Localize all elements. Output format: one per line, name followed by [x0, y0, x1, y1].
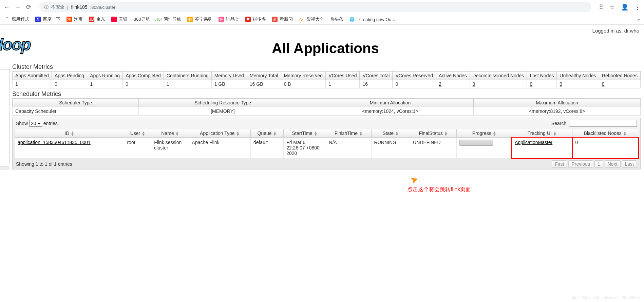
- applications-table: ID▲▼User▲▼Name▲▼Application Type▲▼Queue▲…: [15, 129, 638, 158]
- cluster-metric-value: 1: [87, 80, 123, 88]
- entries-select[interactable]: 20: [29, 120, 42, 127]
- tmall-icon: T: [111, 17, 117, 22]
- bookmark-jd[interactable]: JD京东: [89, 16, 105, 22]
- datatable-info: Showing 1 to 1 of 1 entries: [16, 161, 72, 167]
- scheduler-metric-value: <memory:8192, vCores:8>: [474, 107, 641, 116]
- pagination-button[interactable]: Next: [605, 160, 621, 168]
- metric-link[interactable]: 0: [473, 81, 475, 87]
- cluster-metric-value: 0: [527, 80, 557, 88]
- apps-header[interactable]: Blacklisted Nodes▲▼: [572, 129, 638, 138]
- show-entries: Show 20 entries: [16, 120, 58, 127]
- cell-apptype: Apache Flink: [189, 138, 250, 158]
- news-icon: 新: [272, 17, 278, 22]
- scheduler-metric-header: Maximum Allocation: [474, 99, 641, 107]
- apps-header[interactable]: FinalStatus▲▼: [410, 129, 457, 138]
- cell-name: Flink session cluster: [151, 138, 189, 158]
- apps-header[interactable]: StartTime▲▼: [284, 129, 326, 138]
- cluster-metric-value: 16: [360, 80, 393, 88]
- bookmark-pdd[interactable]: ❤拼多多: [245, 16, 266, 22]
- bookmark-apps[interactable]: ⠿應用程式: [4, 16, 29, 22]
- cluster-metric-header: VCores Total: [360, 72, 393, 80]
- apps-header[interactable]: Name▲▼: [151, 129, 189, 138]
- metric-link[interactable]: 0: [530, 81, 532, 87]
- cluster-metric-header: Apps Running: [87, 72, 123, 80]
- bookmark-creating[interactable]: 🌐_creating new Oo...: [349, 17, 395, 22]
- back-icon[interactable]: ←: [3, 4, 10, 11]
- cell-blacklisted: 0: [572, 138, 638, 158]
- scheduler-metric-value: <memory:1024, vCores:1>: [307, 107, 474, 116]
- bookmark-rtt[interactable]: 热头条: [330, 16, 343, 22]
- cluster-metric-header: Memory Used: [211, 72, 247, 80]
- cluster-metric-value: 0: [52, 80, 87, 88]
- bookmark-ysdq[interactable]: ▷影视大全: [299, 16, 324, 22]
- bookmark-label: 應用程式: [12, 16, 29, 22]
- profile-icon[interactable]: 👤: [621, 3, 628, 11]
- cluster-metric-value: 1: [13, 80, 52, 88]
- bookmarks-more[interactable]: »: [638, 17, 640, 22]
- scheduler-metric-header: Scheduler Type: [13, 99, 139, 107]
- pagination-button[interactable]: 1: [594, 160, 603, 168]
- search-label: Search:: [551, 121, 568, 126]
- apps-header[interactable]: ID▲▼: [15, 129, 124, 138]
- apps-header[interactable]: FinishTime▲▼: [326, 129, 371, 138]
- bookmark-label: 360导航: [134, 16, 150, 22]
- pagination-button[interactable]: Last: [622, 160, 637, 168]
- forward-icon[interactable]: →: [14, 4, 21, 11]
- annotation-text: 点击这个将会跳转flink页面: [407, 186, 471, 193]
- bookmark-suning[interactable]: ◐苏宁易购: [187, 16, 212, 22]
- page-content: Logged in as: dr.who doop All Applicatio…: [0, 25, 644, 195]
- sort-icon: ▲▼: [236, 131, 240, 136]
- bookmark-label: 拼多多: [253, 16, 266, 22]
- apps-header[interactable]: Progress▲▼: [457, 129, 512, 138]
- wzdh-icon: 7654: [156, 17, 162, 22]
- cluster-metric-value: 0: [123, 80, 164, 88]
- bookmark-baidu[interactable]: 百百度一下: [35, 16, 60, 22]
- bookmark-wzdh[interactable]: 7654网址导航: [156, 16, 181, 22]
- search-box: Search:: [551, 120, 637, 127]
- chrome-right-icons: ⠿ ☆ 👤 ⋮: [599, 3, 641, 11]
- cluster-metric-header: Memory Reserved: [281, 72, 325, 80]
- star-icon[interactable]: ☆: [609, 3, 615, 11]
- cluster-metric-value: 0: [470, 80, 527, 88]
- metric-link[interactable]: 0: [602, 81, 605, 87]
- translate-icon[interactable]: ⠿: [599, 3, 603, 11]
- address-bar[interactable]: ⓘ 不安全 | flink105:8088/cluster: [39, 2, 591, 12]
- bookmark-label: _creating new Oo...: [357, 17, 395, 22]
- pagination-button[interactable]: First: [552, 160, 567, 168]
- sort-icon: ▲▼: [314, 131, 318, 136]
- bookmark-tmall[interactable]: T天猫: [111, 16, 128, 22]
- apps-header[interactable]: Application Type▲▼: [189, 129, 250, 138]
- taobao-icon: 淘: [67, 17, 72, 22]
- datatable-top: Show 20 entries Search:: [15, 119, 638, 127]
- bookmark-kxw[interactable]: 新看新闻: [272, 16, 293, 22]
- bookmark-label: 淘宝: [74, 16, 83, 22]
- menu-icon[interactable]: ⋮: [634, 3, 641, 11]
- cluster-metric-header: Apps Pending: [52, 72, 87, 80]
- apps-icon: ⠿: [4, 17, 10, 22]
- bookmark-360nav[interactable]: 360导航: [134, 16, 150, 22]
- bookmarks-bar: ⠿應用程式 百百度一下 淘淘宝 JD京东 T天猫 360导航 7654网址导航 …: [0, 14, 644, 25]
- cell-progress: [457, 138, 512, 158]
- pagination-button[interactable]: Previous: [568, 160, 593, 168]
- reload-icon[interactable]: ⟳: [25, 4, 32, 11]
- metric-link[interactable]: 2: [439, 81, 441, 87]
- metric-link[interactable]: 0: [560, 81, 562, 87]
- application-id-link[interactable]: application_1583504611835_0001: [18, 140, 91, 145]
- apps-header[interactable]: Queue▲▼: [250, 129, 283, 138]
- cluster-metric-header: Decommissioned Nodes: [470, 72, 527, 80]
- apps-header[interactable]: Tracking UI▲▼: [512, 129, 572, 138]
- bookmark-taobao[interactable]: 淘淘宝: [67, 16, 83, 22]
- hadoop-logo: doop: [0, 35, 30, 54]
- cluster-metric-header: Memory Total: [247, 72, 281, 80]
- apps-header[interactable]: User▲▼: [124, 129, 151, 138]
- tracking-ui-link[interactable]: ApplicationMaster: [515, 140, 552, 145]
- search-input[interactable]: [569, 120, 637, 127]
- apps-header[interactable]: State▲▼: [371, 129, 410, 138]
- cluster-metric-header: Active Nodes: [436, 72, 470, 80]
- bookmark-label: 天猫: [119, 16, 128, 22]
- annotation-arrow-icon: ➤: [409, 173, 420, 186]
- bookmark-vip[interactable]: 特唯品会: [219, 16, 239, 22]
- cell-user: root: [124, 138, 151, 158]
- main-area: Logged in as: dr.who doop All Applicatio…: [7, 25, 644, 195]
- sort-icon: ▲▼: [71, 131, 74, 136]
